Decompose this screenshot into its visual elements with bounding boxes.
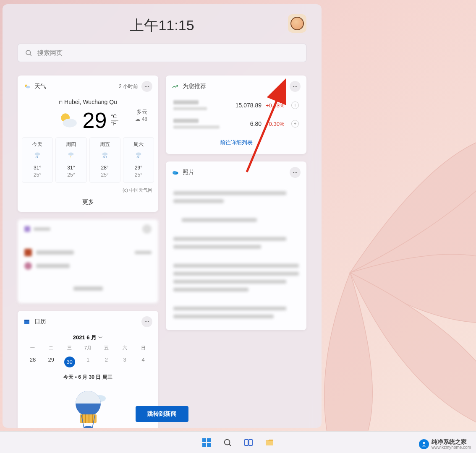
onedrive-icon — [172, 169, 179, 176]
svg-point-54 — [423, 442, 425, 444]
svg-line-50 — [229, 444, 231, 446]
svg-line-11 — [37, 156, 38, 158]
stock-row[interactable]: 15,078.89 +0.53% + — [166, 96, 306, 115]
svg-line-1 — [30, 54, 31, 55]
photos-title: 照片 — [183, 169, 194, 176]
search-placeholder: 搜索网页 — [37, 49, 63, 57]
svg-line-15 — [103, 156, 103, 158]
svg-point-4 — [145, 86, 146, 87]
calendar-icon — [24, 318, 31, 325]
rain-icon — [33, 151, 42, 160]
weather-condition: 多云 ☁ 48 — [135, 108, 147, 123]
photos-widget[interactable]: 照片 — [166, 161, 306, 330]
calendar-title: 日历 — [34, 318, 46, 325]
sun-cloud-icon — [58, 110, 78, 131]
forecast-day[interactable]: 周四 31° 25° — [55, 137, 86, 183]
weather-updated: 2 小时前 — [119, 83, 138, 90]
svg-rect-51 — [245, 440, 248, 445]
weather-more-button[interactable] — [141, 81, 152, 92]
svg-point-24 — [146, 321, 147, 322]
calendar-more-button[interactable] — [141, 316, 152, 327]
weather-widget[interactable]: 天气 2 小时前 ⊓ Hubei, Wuchang Qu 29 — [18, 76, 158, 212]
start-button[interactable] — [201, 437, 212, 448]
calendar-grid: 一 二 三 7月 五 六 日 28 29 30 1 2 3 4 — [18, 343, 158, 370]
trend-icon — [172, 83, 179, 90]
more-icon — [144, 319, 150, 325]
recommend-title: 为您推荐 — [183, 83, 206, 90]
recommend-more-button[interactable] — [290, 81, 301, 92]
svg-point-14 — [102, 153, 107, 156]
weather-attribution: (c) 中国天气网 — [18, 186, 158, 195]
search-icon — [25, 49, 32, 57]
photos-content — [166, 182, 306, 330]
cal-day[interactable]: 4 — [134, 354, 152, 370]
taskbar-search-button[interactable] — [222, 437, 233, 448]
svg-point-49 — [225, 439, 230, 445]
weather-icon — [24, 83, 31, 90]
add-stock-button[interactable]: + — [291, 102, 299, 109]
weather-more-link[interactable]: 更多 — [18, 195, 158, 212]
svg-point-6 — [148, 86, 149, 87]
add-stock-button[interactable]: + — [291, 120, 299, 128]
watermark: 纯净系统之家 www.kzmyhome.com — [419, 438, 471, 450]
forecast-day[interactable]: 周五 28° 25° — [89, 137, 120, 183]
search-input[interactable]: 搜索网页 — [18, 44, 306, 62]
svg-marker-13 — [71, 156, 71, 159]
weather-forecast: 今天 31° 25° 周四 31° 25° 周五 28° — [18, 137, 158, 186]
svg-point-40 — [293, 172, 294, 173]
panel-header: 上午11:15 — [18, 16, 306, 35]
svg-point-12 — [68, 153, 74, 156]
clock: 上午11:15 — [130, 16, 194, 35]
recommend-details-link[interactable]: 前往详细列表 — [166, 133, 306, 154]
file-explorer-button[interactable] — [264, 437, 275, 448]
svg-point-9 — [35, 153, 40, 156]
cal-day[interactable]: 2 — [97, 354, 115, 370]
recommend-widget[interactable]: 为您推荐 15,078.89 +0.53% + 6.80 +0.30% — [166, 76, 306, 154]
cal-day[interactable]: 1 — [79, 354, 97, 370]
watermark-badge-icon — [419, 439, 429, 449]
weather-location: ⊓ Hubei, Wuchang Qu — [18, 96, 158, 105]
task-view-button[interactable] — [243, 437, 254, 448]
forecast-day[interactable]: 周六 29° 25° — [123, 137, 154, 183]
cal-day-today[interactable]: 30 — [60, 354, 79, 370]
svg-line-17 — [106, 156, 106, 158]
svg-point-0 — [26, 50, 31, 55]
stock-row[interactable]: 6.80 +0.30% + — [166, 115, 306, 133]
sports-widget[interactable] — [18, 219, 158, 303]
svg-point-18 — [136, 153, 141, 156]
storm-icon — [66, 151, 76, 160]
more-icon — [292, 169, 298, 175]
forecast-day[interactable]: 今天 31° 25° — [22, 137, 53, 183]
svg-line-20 — [139, 156, 139, 158]
cal-day[interactable]: 29 — [42, 354, 60, 370]
svg-point-3 — [26, 86, 30, 89]
svg-rect-46 — [207, 438, 211, 442]
svg-point-39 — [173, 171, 176, 174]
taskbar — [0, 431, 476, 453]
weather-title: 天气 — [34, 83, 46, 90]
svg-point-25 — [148, 321, 149, 322]
svg-point-5 — [146, 86, 147, 87]
svg-point-42 — [296, 172, 297, 173]
svg-rect-22 — [24, 320, 29, 321]
svg-point-35 — [293, 86, 294, 87]
svg-point-41 — [295, 172, 296, 173]
calendar-today-label: 今天 • 6 月 30 日 周三 — [18, 370, 158, 386]
calendar-month-picker[interactable]: 2021 6 月﹀ — [18, 331, 158, 343]
svg-rect-53 — [266, 441, 273, 445]
cal-day[interactable]: 3 — [115, 354, 134, 370]
svg-line-19 — [137, 156, 137, 158]
jump-to-news-button[interactable]: 跳转到新闻 — [136, 406, 188, 422]
svg-rect-52 — [249, 440, 252, 445]
rain-icon — [100, 151, 110, 160]
more-icon — [144, 83, 150, 89]
user-avatar[interactable] — [288, 14, 306, 33]
svg-point-37 — [296, 86, 297, 87]
svg-line-16 — [105, 156, 105, 158]
svg-point-23 — [145, 321, 146, 322]
svg-point-36 — [295, 86, 296, 87]
photos-more-button[interactable] — [290, 167, 301, 178]
svg-rect-48 — [207, 443, 211, 447]
svg-line-10 — [36, 156, 36, 158]
cal-day[interactable]: 28 — [24, 354, 42, 370]
